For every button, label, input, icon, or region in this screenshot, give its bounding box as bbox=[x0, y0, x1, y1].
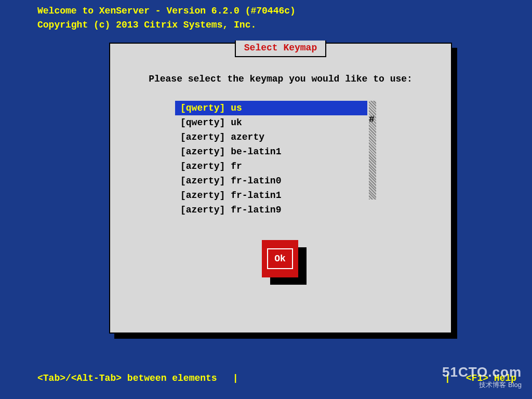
keymap-option-fr[interactable]: [azerty] fr bbox=[175, 159, 367, 174]
dialog-title-container: Select Keymap bbox=[110, 43, 451, 59]
footer-tab-hint: <Tab>/<Alt-Tab> between elements bbox=[37, 373, 217, 383]
watermark: 51CTO.com 技术博客 Blog bbox=[442, 364, 522, 390]
keymap-option-fr-latin9[interactable]: [azerty] fr-latin9 bbox=[175, 203, 367, 217]
keymap-list[interactable]: [qwerty] us [qwerty] uk [azerty] azerty … bbox=[175, 101, 367, 217]
keymap-option-uk[interactable]: [qwerty] uk bbox=[175, 115, 367, 130]
scroll-position-marker: # bbox=[369, 114, 375, 125]
header-welcome-line: Welcome to XenServer - Version 6.2.0 (#7… bbox=[37, 4, 296, 18]
keymap-option-azerty[interactable]: [azerty] azerty bbox=[175, 130, 367, 144]
keymap-option-fr-latin0[interactable]: [azerty] fr-latin0 bbox=[175, 174, 367, 188]
ok-button-label: Ok bbox=[267, 248, 293, 269]
keymap-option-fr-latin1[interactable]: [azerty] fr-latin1 bbox=[175, 188, 367, 203]
header-copyright-line: Copyright (c) 2013 Citrix Systems, Inc. bbox=[37, 18, 296, 32]
watermark-sub: 技术博客 Blog bbox=[442, 380, 522, 390]
installer-header: Welcome to XenServer - Version 6.2.0 (#7… bbox=[37, 4, 296, 32]
ok-button[interactable]: Ok bbox=[262, 240, 298, 277]
dialog-title: Select Keymap bbox=[244, 43, 317, 53]
dialog-title-box: Select Keymap bbox=[235, 41, 326, 57]
keymap-option-us[interactable]: [qwerty] us bbox=[175, 101, 367, 115]
keymap-option-be-latin1[interactable]: [azerty] be-latin1 bbox=[175, 144, 367, 159]
footer-separator: | bbox=[233, 373, 238, 383]
keymap-dialog: Select Keymap Please select the keymap y… bbox=[109, 43, 452, 334]
dialog-prompt: Please select the keymap you would like … bbox=[131, 74, 430, 84]
footer-left-group: <Tab>/<Alt-Tab> between elements | bbox=[37, 373, 238, 383]
watermark-main: 51CTO.com bbox=[442, 364, 522, 380]
